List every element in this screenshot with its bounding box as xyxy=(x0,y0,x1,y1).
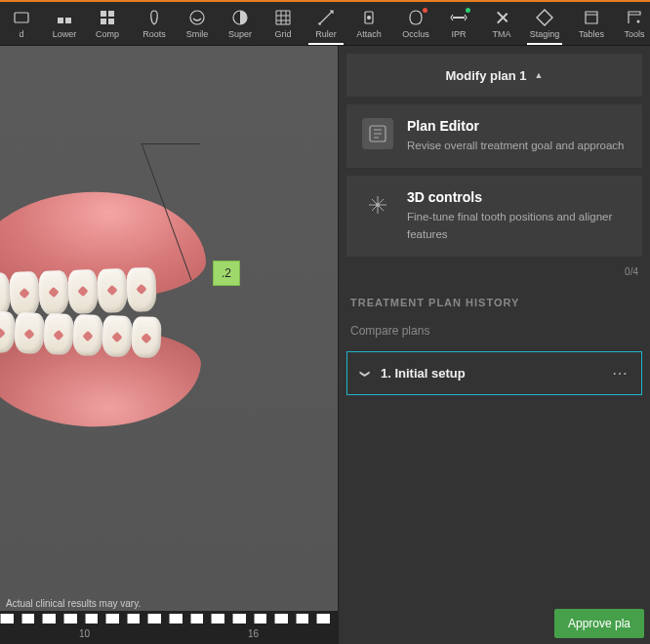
chevron-down-icon: ❯ xyxy=(360,369,371,377)
3d-controls-card[interactable]: 3D controls Fine-tune final tooth positi… xyxy=(346,176,642,257)
plan-editor-title: Plan Editor xyxy=(407,118,624,134)
upper-teeth-row xyxy=(0,267,157,317)
3d-viewport[interactable]: .2 Actual clinical results may vary. 10 … xyxy=(0,46,338,644)
tooth[interactable] xyxy=(43,313,73,355)
tool-tma[interactable]: TMA xyxy=(480,6,523,41)
tool-label: Tools xyxy=(624,29,644,39)
timeline-labels: 10 16 xyxy=(0,626,338,639)
measurement-callout[interactable]: .2 xyxy=(213,261,240,286)
lower-icon xyxy=(55,8,74,27)
tool-label: Tables xyxy=(579,29,604,39)
tool-ipr[interactable]: IPR xyxy=(437,6,480,41)
teeth-model[interactable] xyxy=(0,192,244,485)
svg-rect-11 xyxy=(453,17,465,19)
timeline-ticks xyxy=(0,611,338,626)
tool-label: Attach xyxy=(356,29,382,39)
disclaimer-text: Actual clinical results may vary. xyxy=(6,598,141,609)
main-toolbar: dLowerCompRootsSmileSuperGridRulerAttach… xyxy=(0,2,650,46)
svg-rect-3 xyxy=(101,11,106,17)
tooth[interactable] xyxy=(97,268,128,313)
tool-label: Smile xyxy=(186,29,209,39)
tool-roots[interactable]: Roots xyxy=(133,6,176,41)
tool-tools[interactable]: Tools xyxy=(613,6,650,41)
tool-staging[interactable]: Staging xyxy=(523,6,566,41)
svg-rect-4 xyxy=(108,11,114,17)
plan-counter: 0/4 xyxy=(339,264,650,285)
plan-editor-desc: Revise overall treatment goal and approa… xyxy=(407,138,624,154)
super-icon xyxy=(230,8,250,27)
tool-label: Roots xyxy=(142,29,166,39)
tool-ruler[interactable]: Ruler xyxy=(305,6,347,41)
roots-icon xyxy=(144,8,164,27)
tool-smile[interactable]: Smile xyxy=(176,6,219,41)
tooth[interactable] xyxy=(72,314,102,356)
approve-plan-button[interactable]: Approve pla xyxy=(554,609,644,638)
3d-controls-desc: Fine-tune final tooth positions and alig… xyxy=(407,209,627,243)
tooth[interactable] xyxy=(14,312,44,354)
side-panel: Modify plan 1 ▲ Plan Editor Revise overa… xyxy=(338,46,650,644)
more-icon[interactable]: ⋯ xyxy=(612,364,628,382)
tool-label: TMA xyxy=(493,29,511,39)
tool-grid[interactable]: Grid xyxy=(262,6,305,41)
timeline-label: 16 xyxy=(248,628,259,639)
tooth[interactable] xyxy=(67,269,99,314)
tooth[interactable] xyxy=(9,271,40,316)
history-item-label: 1. Initial setup xyxy=(381,366,600,381)
main-area: .2 Actual clinical results may vary. 10 … xyxy=(0,46,650,644)
tool-label: Super xyxy=(228,29,252,39)
tool-label: Staging xyxy=(530,29,560,39)
tool-label: Occlus xyxy=(402,29,429,39)
plan-selector[interactable]: Modify plan 1 ▲ xyxy=(346,54,642,97)
timeline-label: 10 xyxy=(79,628,90,639)
tables-icon xyxy=(582,8,601,27)
tool-lower[interactable]: Lower xyxy=(43,6,86,41)
footer-actions: Approve pla xyxy=(554,609,644,638)
svg-point-14 xyxy=(637,20,640,23)
stage-timeline[interactable]: 10 16 xyxy=(0,611,338,644)
generic-icon xyxy=(12,8,31,27)
notification-dot xyxy=(466,8,470,13)
tool-generic[interactable]: d xyxy=(0,6,43,41)
svg-point-7 xyxy=(190,11,204,24)
comp-icon xyxy=(98,8,117,27)
tool-label: Grid xyxy=(274,29,291,39)
tooth[interactable] xyxy=(38,270,69,315)
svg-point-17 xyxy=(376,203,380,207)
attach-icon xyxy=(359,8,379,27)
smile-icon xyxy=(187,8,207,27)
ruler-icon xyxy=(316,8,336,27)
svg-rect-2 xyxy=(65,18,71,23)
plan-editor-icon xyxy=(362,118,393,149)
3d-controls-icon xyxy=(362,189,393,221)
grid-icon xyxy=(273,8,293,27)
tool-tables[interactable]: Tables xyxy=(570,6,613,41)
svg-rect-0 xyxy=(15,13,28,22)
tool-label: Comp xyxy=(96,29,119,39)
tool-occlus[interactable]: Occlus xyxy=(394,6,437,41)
tool-label: Lower xyxy=(53,29,77,39)
notification-dot xyxy=(423,8,427,13)
3d-controls-title: 3D controls xyxy=(407,189,627,205)
chevron-up-icon: ▲ xyxy=(535,70,544,80)
history-item-initial[interactable]: ❯ 1. Initial setup ⋯ xyxy=(346,351,642,395)
tooth[interactable] xyxy=(102,315,132,357)
tool-label: Ruler xyxy=(315,29,337,39)
tooth[interactable] xyxy=(131,316,161,358)
tool-comp[interactable]: Comp xyxy=(86,6,129,41)
tma-icon xyxy=(492,8,511,27)
tool-label: d xyxy=(19,29,23,39)
svg-rect-1 xyxy=(58,18,63,23)
tools-icon xyxy=(625,8,644,27)
tooth[interactable] xyxy=(0,311,16,353)
tool-attach[interactable]: Attach xyxy=(347,6,390,41)
compare-plans-link[interactable]: Compare plans xyxy=(339,316,650,351)
tool-super[interactable]: Super xyxy=(219,6,262,41)
plan-editor-card[interactable]: Plan Editor Revise overall treatment goa… xyxy=(346,104,642,168)
plan-selector-label: Modify plan 1 xyxy=(446,68,527,83)
history-section-header: TREATMENT PLAN HISTORY xyxy=(339,285,650,316)
svg-point-10 xyxy=(367,16,371,20)
tooth[interactable] xyxy=(126,267,157,312)
staging-icon xyxy=(535,8,554,27)
svg-rect-6 xyxy=(108,19,114,24)
svg-rect-5 xyxy=(101,19,106,24)
